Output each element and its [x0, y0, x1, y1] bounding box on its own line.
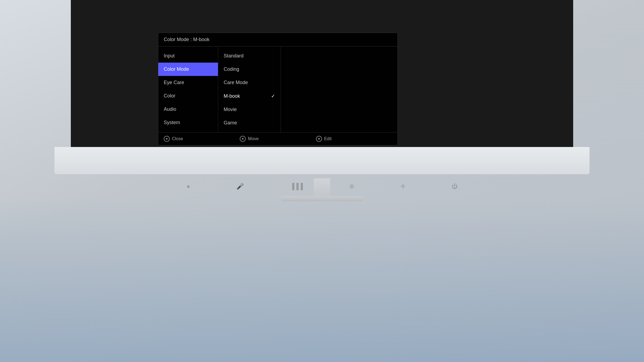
option-care-mode[interactable]: Care Mode: [218, 76, 281, 89]
footer-move-action: Move: [240, 136, 316, 142]
footer-close-label: Close: [172, 136, 183, 141]
osd-title: Color Mode : M-book: [158, 33, 397, 47]
background-decoration: [0, 199, 644, 362]
footer-edit-label: Edit: [324, 136, 332, 141]
option-game[interactable]: Game: [218, 116, 281, 130]
close-joystick-icon: [164, 136, 170, 142]
osd-footer: Close Move Edit: [158, 132, 397, 145]
option-standard[interactable]: Standard: [218, 49, 281, 63]
edit-joystick-icon: [316, 136, 322, 142]
footer-move-label: Move: [248, 136, 259, 141]
sidebar-item-audio[interactable]: Audio: [158, 103, 218, 116]
sidebar-item-system[interactable]: System: [158, 116, 218, 129]
sidebar-item-eye-care[interactable]: Eye Care: [158, 76, 218, 89]
settings-icon[interactable]: ⊛: [349, 183, 354, 190]
audio-levels-icon[interactable]: ▐▐▐: [290, 183, 303, 190]
sidebar-item-color[interactable]: Color: [158, 89, 218, 103]
footer-close-action: Close: [164, 136, 240, 142]
crosshair-icon[interactable]: ✛: [400, 183, 405, 190]
osd-body: Input Color Mode Eye Care Color Audio Sy…: [158, 47, 397, 132]
option-coding[interactable]: Coding: [218, 63, 281, 76]
osd-title-text: Color Mode : M-book: [164, 37, 209, 42]
sidebar-item-color-mode[interactable]: Color Mode: [158, 63, 218, 76]
option-movie[interactable]: Movie: [218, 103, 281, 116]
power-icon[interactable]: ⏻: [452, 183, 458, 190]
move-joystick-icon: [240, 136, 246, 142]
sidebar-item-input[interactable]: Input: [158, 49, 218, 63]
osd-right-panel: [281, 47, 397, 132]
osd-menu: Color Mode : M-book Input Color Mode Eye…: [158, 33, 398, 145]
option-m-book[interactable]: M-book ✓: [218, 89, 281, 103]
footer-edit-action: Edit: [316, 136, 392, 142]
osd-sidebar: Input Color Mode Eye Care Color Audio Sy…: [158, 47, 218, 132]
mic-dot-indicator: ●: [186, 183, 190, 190]
monitor-screen: Color Mode : M-book Input Color Mode Eye…: [71, 0, 573, 161]
monitor-bezel: [54, 147, 590, 174]
mic-button-icon[interactable]: 🎤: [236, 183, 244, 190]
osd-color-mode-options: Standard Coding Care Mode M-book ✓ Movie…: [218, 47, 281, 132]
selected-checkmark: ✓: [271, 93, 275, 99]
